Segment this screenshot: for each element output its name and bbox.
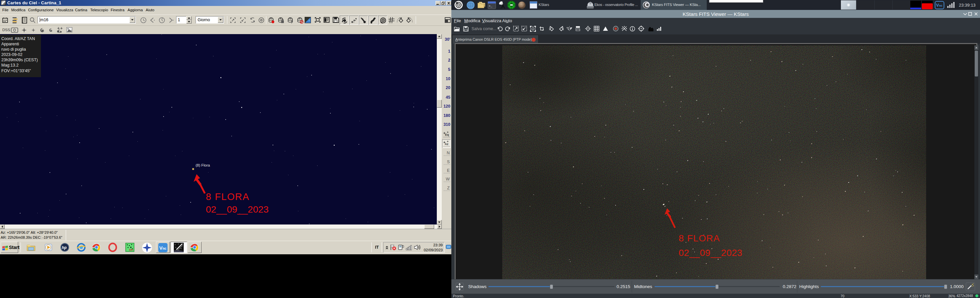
svg-text:DX: DX [129, 248, 133, 251]
svg-text:Vnc: Vnc [936, 3, 942, 8]
svg-text:Eq: Eq [445, 133, 449, 136]
svg-text:>_: >_ [489, 5, 492, 8]
svg-text:hp: hp [62, 245, 67, 250]
svg-text:Az: Az [445, 143, 449, 146]
